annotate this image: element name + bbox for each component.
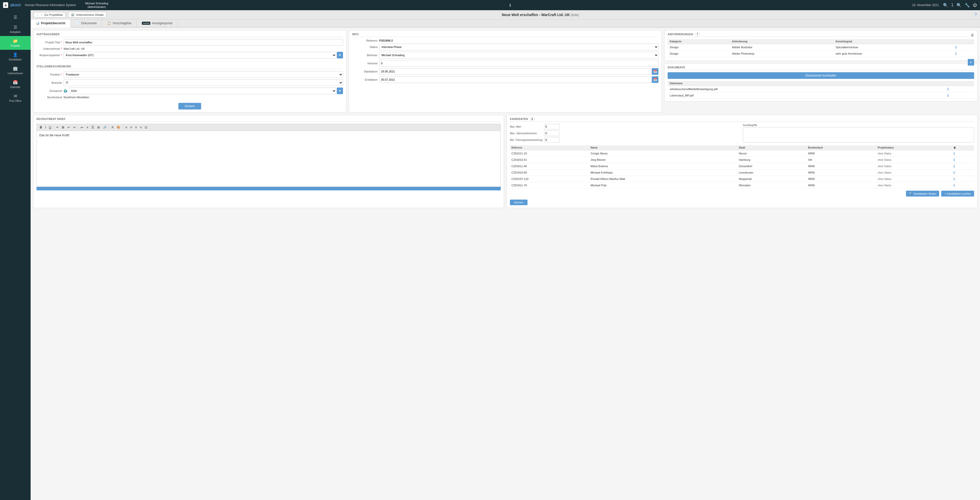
position-select[interactable]: Freelancer	[64, 71, 343, 78]
doc-info-btn[interactable]: ℹ	[947, 87, 948, 91]
info-header: INFO	[352, 33, 659, 37]
add-anforderung-button[interactable]: +	[968, 59, 974, 65]
sidebar-item-kandidaten[interactable]: 👤 Kandidaten	[0, 50, 30, 64]
req-kategorie: Design	[668, 44, 730, 51]
position-label: Position	[37, 73, 62, 76]
sidebar-label-unternehmen: Unternehmen	[8, 72, 23, 75]
kand-info-btn[interactable]: ℹ	[953, 177, 955, 181]
enddatum-calendar-btn[interactable]: 📅	[652, 76, 659, 83]
sidebar-item-post-office[interactable]: ✉ Post Office	[0, 91, 30, 105]
req-col-actions	[953, 39, 974, 44]
align-center-btn[interactable]: ≡	[129, 125, 133, 130]
projekt-titel-input[interactable]	[64, 39, 343, 46]
company-details-button[interactable]: 🏢 Unternehmens Details	[68, 12, 107, 18]
sidebar-label-post-office: Post Office	[9, 100, 22, 102]
ordered-list-btn[interactable]: ≔	[80, 125, 84, 130]
ansprechpartner-add-btn[interactable]: ▼	[337, 52, 343, 59]
startdatum-row: Startdatum 📅	[352, 68, 659, 75]
font-color-btn[interactable]: A	[110, 125, 115, 130]
max-alter-row: Max. Alter	[510, 124, 741, 129]
einsatzort-add-btn[interactable]: ▼	[337, 88, 343, 94]
italic-btn[interactable]: I	[44, 125, 47, 130]
power-icon[interactable]: ⏻	[973, 3, 977, 7]
info-panel: INFO Referenz P201808-2 Status Interview…	[349, 30, 662, 112]
startdatum-calendar-btn[interactable]: 📅	[652, 68, 659, 75]
req-info-btn[interactable]: ℹ	[955, 45, 956, 49]
geo-icon[interactable]: 🌍	[64, 89, 67, 92]
doc-col-dateiname: Dateiname	[668, 81, 945, 86]
kand-name: Maha Brahms	[589, 163, 737, 169]
doc-info-btn[interactable]: ℹ	[947, 93, 948, 97]
auftraggeber-sichern-button[interactable]: Sichern	[178, 103, 201, 110]
info-icon[interactable]: ℹ	[509, 3, 511, 8]
enddatum-wrap: 📅	[379, 76, 659, 83]
brief-editor[interactable]: Das ist die neue Kraft!	[37, 131, 501, 187]
align-left-btn[interactable]: ≡	[124, 125, 128, 130]
align-right-btn[interactable]: ≡	[134, 125, 138, 130]
kand-info-btn[interactable]: ℹ	[953, 170, 955, 175]
zoom-out-icon[interactable]: 🔍	[956, 3, 962, 8]
kandidaten-suchen-button[interactable]: + Kandidaten suchen	[941, 191, 974, 196]
logo-area: a akoni	[3, 2, 21, 8]
sidebar-item-aufgaben[interactable]: ☰ Aufgaben	[0, 22, 30, 36]
req-info-btn[interactable]: ℹ	[955, 51, 956, 56]
main-layout: ☰ ☰ Aufgaben 📁 Projekte 👤 Kandidaten 🏢 U…	[0, 10, 980, 500]
justify-btn[interactable]: ≡	[139, 125, 143, 130]
tab-anzeigenportal[interactable]: rventa Anzeigenportal	[137, 19, 178, 27]
table-btn[interactable]: ⊞	[96, 125, 101, 130]
max-jahreseinkommen-input[interactable]	[544, 131, 559, 136]
cut-btn[interactable]: ✂	[55, 125, 60, 130]
settings-icon[interactable]: 🔧	[965, 3, 970, 8]
kand-info-btn[interactable]: ℹ	[953, 158, 955, 162]
copy-btn[interactable]: ⊠	[61, 125, 65, 130]
einsatzort-select[interactable]: Köln	[69, 88, 336, 94]
bold-btn[interactable]: B	[39, 125, 43, 130]
doc-filename: Lebenslauf_MP.pdf	[668, 92, 945, 99]
status-label: Status	[352, 45, 378, 48]
fullscreen-btn[interactable]: ⊡	[144, 125, 148, 130]
kandidaten-count: 6	[530, 117, 535, 121]
back-arrow-icon: ←	[37, 13, 39, 16]
enddatum-input[interactable]	[379, 76, 652, 83]
anforderungen-delete-icon[interactable]: 🗑	[970, 33, 974, 37]
branche-select[interactable]: IT	[64, 80, 343, 86]
unordered-list-btn[interactable]: ≡	[86, 125, 89, 130]
min-fuehrungsverantwortung-input[interactable]	[544, 137, 559, 143]
recruitment-brief-panel: RECRUITMENT BRIEF B I U | ✂ ⊠ ↩ ↪ |	[33, 115, 504, 208]
indent-btn[interactable]: ☰	[90, 125, 95, 130]
zoom-in-icon[interactable]: 🔍	[943, 3, 948, 8]
upload-documents-button[interactable]: Dokumente hochladen	[668, 72, 974, 79]
tab-dokumente[interactable]: 📄 Dokumente	[71, 19, 102, 27]
kandidaten-finden-button[interactable]: 🔍 Kandidaten finden	[906, 191, 939, 196]
max-alter-input[interactable]	[544, 124, 559, 129]
kand-info-btn[interactable]: ℹ	[953, 183, 955, 187]
startdatum-input[interactable]	[379, 68, 652, 75]
honorar-input[interactable]	[379, 60, 659, 67]
kandidaten-sichern-button[interactable]: Sichern	[510, 200, 528, 205]
tab-vorschlagliste[interactable]: 📋 Vorschlagliste	[102, 19, 137, 27]
suchbegriffe-input[interactable]	[743, 127, 974, 142]
branche-wrap: IT	[64, 80, 343, 86]
undo-btn[interactable]: ↩	[66, 125, 71, 130]
sidebar-label-kalender: Kalender	[10, 86, 21, 89]
sidebar-toggle[interactable]: ☰	[0, 12, 30, 22]
underline-btn[interactable]: U	[48, 125, 52, 130]
zoom-level: 1	[951, 3, 953, 7]
status-select[interactable]: Interview-Phase	[379, 44, 659, 50]
sidebar-item-unternehmen[interactable]: 🏢 Unternehmen	[0, 64, 30, 77]
topbar-icons: 🔍 1 🔍 🔧 ⏻	[943, 3, 977, 8]
link-btn[interactable]: 🔗	[102, 125, 108, 130]
back-to-list-button[interactable]: ← ← Zur Projektliste	[34, 12, 65, 18]
kandidaten-suchen-label: Kandidaten suchen	[947, 192, 971, 195]
help-icon[interactable]: ?	[974, 12, 977, 18]
sidebar-item-kalender[interactable]: 📅 Kalender	[0, 77, 30, 91]
highlight-btn[interactable]: 🎨	[116, 125, 121, 130]
kand-info-btn[interactable]: ℹ	[953, 164, 955, 168]
tab-projektuebersicht[interactable]: 📊 Projektübersicht	[30, 19, 71, 27]
kand-info-btn[interactable]: ℹ	[953, 151, 955, 155]
sidebar-item-projekte[interactable]: 📁 Projekte	[0, 36, 30, 50]
ansprechpartner-select[interactable]: Knut Kiesewetter (GT)	[64, 52, 336, 59]
redo-btn[interactable]: ↪	[72, 125, 76, 130]
search-icon: 🔍	[909, 192, 913, 195]
betreuer-select[interactable]: Michael Schrading	[379, 52, 659, 59]
